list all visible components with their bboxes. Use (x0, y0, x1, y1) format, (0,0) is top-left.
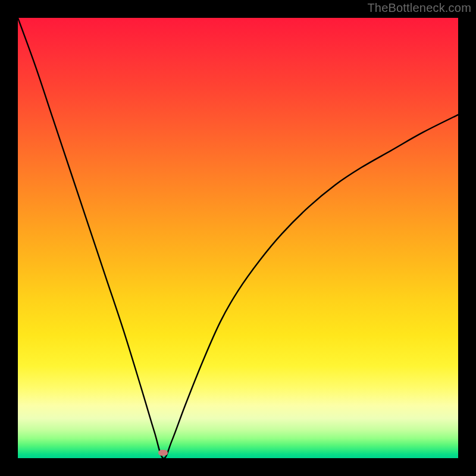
bottleneck-curve (18, 18, 458, 458)
optimal-marker (158, 450, 168, 456)
chart-frame: TheBottleneck.com (0, 0, 476, 476)
plot-area (18, 18, 458, 458)
watermark-text: TheBottleneck.com (367, 1, 471, 15)
